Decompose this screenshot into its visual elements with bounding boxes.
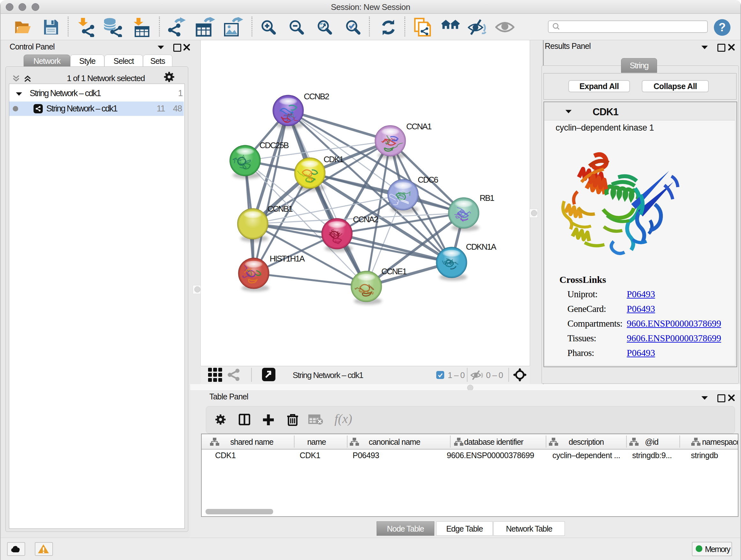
svg-text:CCNB2: CCNB2 — [304, 91, 329, 101]
svg-text:RB1: RB1 — [480, 193, 494, 203]
svg-text:CDC25B: CDC25B — [259, 140, 288, 150]
svg-text:CDC6: CDC6 — [418, 175, 438, 185]
svg-text:CCNE1: CCNE1 — [381, 266, 407, 276]
svg-text:CCNB1: CCNB1 — [267, 204, 293, 213]
svg-text:CCNA1: CCNA1 — [406, 122, 432, 131]
svg-text:?: ? — [719, 21, 726, 34]
svg-text:CDK1: CDK1 — [324, 154, 344, 164]
svg-text:HIST1H1A: HIST1H1A — [270, 254, 305, 263]
svg-text:CDKN1A: CDKN1A — [466, 242, 496, 252]
svg-text:CCNA2: CCNA2 — [353, 214, 379, 224]
